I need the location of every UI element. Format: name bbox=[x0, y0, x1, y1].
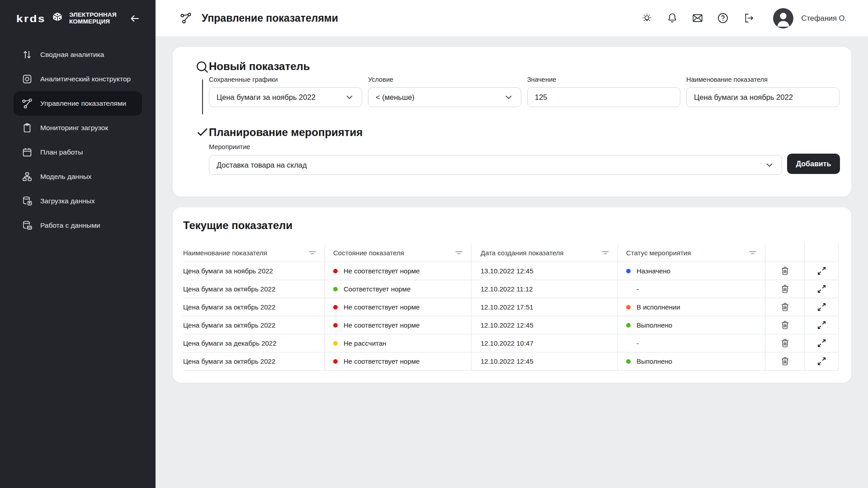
envelope-icon bbox=[692, 12, 703, 24]
logout-button[interactable] bbox=[742, 12, 754, 24]
delete-button[interactable] bbox=[779, 283, 791, 295]
status-dot bbox=[626, 269, 631, 273]
condition-value: < (меньше) bbox=[376, 93, 415, 102]
question-circle-icon bbox=[717, 12, 729, 24]
hierarchy-icon bbox=[22, 171, 33, 182]
trash-icon bbox=[780, 356, 790, 366]
value-input[interactable] bbox=[527, 87, 680, 107]
new-indicator-title: Новый показатель bbox=[209, 60, 310, 73]
expand-button[interactable] bbox=[816, 355, 828, 367]
top-header: Управление показателями bbox=[156, 0, 868, 36]
filter-icon[interactable] bbox=[600, 248, 610, 258]
sidebar-item-label: Модель данных bbox=[40, 173, 92, 181]
checkmark-icon bbox=[196, 126, 209, 139]
delete-button[interactable] bbox=[779, 355, 791, 367]
table-row: Цена бумаги за октябрь 2022 Не соответст… bbox=[183, 316, 839, 334]
event-select[interactable]: Доставка товара на склад bbox=[209, 155, 782, 175]
arrows-up-down-icon bbox=[22, 49, 33, 60]
column-header-state: Состояние показателя bbox=[333, 249, 404, 257]
sidebar-item-data-work[interactable]: SQL Работа с данными bbox=[14, 213, 142, 238]
state-dot bbox=[333, 269, 338, 273]
expand-icon bbox=[816, 284, 827, 294]
stepper-connector bbox=[202, 80, 203, 114]
column-header-date: Дата создания показателя bbox=[481, 249, 564, 257]
sidebar-item-label: Аналитический конструктор bbox=[40, 75, 131, 83]
filter-icon[interactable] bbox=[307, 248, 317, 258]
page-title: Управление показателями bbox=[202, 12, 338, 24]
sidebar-item-label: Работа с данными bbox=[40, 221, 100, 230]
saved-charts-value: Цена бумаги за ноябрь 2022 bbox=[217, 93, 316, 102]
status-dot bbox=[626, 359, 631, 364]
table-row: Цена бумаги за ноябрь 2022 Не соответств… bbox=[183, 262, 839, 280]
lightbulb-icon bbox=[641, 12, 653, 24]
chevron-down-icon bbox=[344, 92, 354, 102]
user-menu[interactable]: Стефания О. bbox=[773, 8, 847, 28]
status-dot bbox=[626, 305, 631, 310]
state-dot bbox=[333, 305, 338, 310]
trash-icon bbox=[780, 338, 790, 348]
chevron-down-icon bbox=[764, 160, 774, 170]
logo-krds-text: krds bbox=[16, 12, 46, 24]
current-indicators-title: Текущие показатели bbox=[183, 219, 292, 232]
add-button[interactable]: Добавить bbox=[787, 154, 840, 174]
bell-icon bbox=[666, 12, 678, 24]
sidebar-item-data-model[interactable]: Модель данных bbox=[14, 164, 142, 189]
trash-icon bbox=[780, 284, 790, 294]
frame-circle-icon bbox=[22, 74, 33, 84]
column-header-status: Статус мероприятия bbox=[626, 249, 691, 257]
trash-icon bbox=[780, 266, 790, 276]
condition-select[interactable]: < (меньше) bbox=[368, 87, 521, 107]
nodes-icon bbox=[22, 98, 33, 109]
arrow-left-icon bbox=[129, 13, 140, 24]
expand-icon bbox=[816, 320, 827, 330]
expand-button[interactable] bbox=[816, 265, 828, 277]
user-name: Стефания О. bbox=[802, 14, 847, 23]
event-label: Мероприитие bbox=[209, 143, 250, 150]
sidebar-item-indicator-management[interactable]: Управление показателями bbox=[14, 91, 142, 116]
svg-text:SQL: SQL bbox=[28, 226, 32, 229]
sidebar-item-work-plan[interactable]: План работы bbox=[14, 140, 142, 164]
delete-button[interactable] bbox=[779, 337, 791, 349]
app-name: ЭЛЕКТРОННАЯКОММЕРЦИЯ bbox=[69, 12, 117, 25]
filter-icon[interactable] bbox=[748, 248, 758, 258]
delete-button[interactable] bbox=[779, 265, 791, 277]
state-dot bbox=[333, 287, 338, 291]
expand-button[interactable] bbox=[816, 337, 828, 349]
mail-button[interactable] bbox=[692, 12, 703, 24]
notifications-button[interactable] bbox=[666, 12, 678, 24]
sidebar-item-download-monitoring[interactable]: Мониторинг загрузок bbox=[14, 116, 142, 140]
help-button[interactable] bbox=[717, 12, 729, 24]
saved-charts-select[interactable]: Цена бумаги за ноябрь 2022 bbox=[209, 87, 362, 107]
expand-icon bbox=[816, 356, 827, 366]
status-dot bbox=[626, 323, 631, 328]
indicator-name-label: Наименование показателя bbox=[686, 76, 840, 83]
table-row: Цена бумаги за октябрь 2022 Не соответст… bbox=[183, 352, 839, 371]
value-label: Значение bbox=[527, 76, 680, 83]
expand-icon bbox=[816, 338, 827, 348]
indicator-name-input[interactable] bbox=[686, 87, 840, 107]
table-header-row: Наименование показателя Состояние показа… bbox=[183, 244, 839, 262]
sidebar-item-analytic-constructor[interactable]: Аналитический конструктор bbox=[14, 67, 142, 91]
indicators-table: Наименование показателя Состояние показа… bbox=[183, 244, 839, 371]
trash-icon bbox=[780, 302, 790, 312]
sidebar: krds ЭЛЕКТРОННАЯКОММЕРЦИЯ Сводная аналит… bbox=[0, 0, 156, 488]
calendar-icon bbox=[22, 147, 33, 158]
expand-button[interactable] bbox=[816, 301, 828, 313]
filter-icon[interactable] bbox=[454, 248, 464, 258]
expand-button[interactable] bbox=[816, 319, 828, 331]
sidebar-item-label: Загрузка данных bbox=[40, 197, 95, 205]
sidebar-item-label: Сводная аналитика bbox=[40, 51, 104, 59]
sidebar-item-summary-analytics[interactable]: Сводная аналитика bbox=[14, 42, 142, 67]
new-indicator-card: Новый показатель Сохраненные графики Цен… bbox=[173, 47, 851, 197]
state-dot bbox=[333, 341, 338, 346]
idea-lightbulb-button[interactable] bbox=[641, 12, 653, 24]
sidebar-item-data-upload[interactable]: Загрузка данных bbox=[14, 189, 142, 213]
state-dot bbox=[333, 323, 338, 328]
sidebar-collapse-button[interactable] bbox=[127, 11, 142, 26]
status-dot bbox=[626, 341, 631, 346]
delete-button[interactable] bbox=[779, 301, 791, 313]
expand-button[interactable] bbox=[816, 283, 828, 295]
expand-icon bbox=[816, 302, 827, 312]
event-planning-title: Планирование мероприятия bbox=[209, 126, 363, 139]
delete-button[interactable] bbox=[779, 319, 791, 331]
